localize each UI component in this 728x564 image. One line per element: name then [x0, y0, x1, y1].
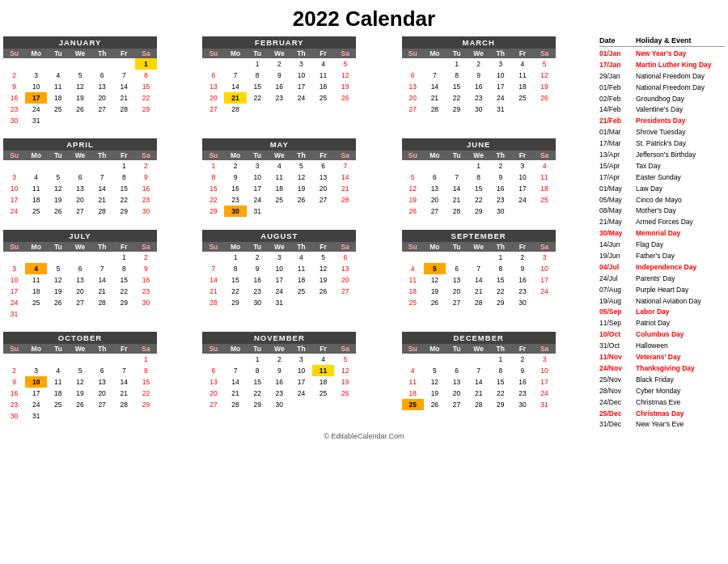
sidebar-row-event: Thanksgiving Day	[636, 364, 725, 374]
calendar-day: 3	[3, 263, 25, 274]
month-title: SEPTEMBER	[402, 230, 556, 242]
calendar-day: 9	[511, 365, 533, 376]
calendar-day: 12	[69, 376, 91, 388]
calendar-day: 6	[446, 263, 468, 274]
calendar-day	[424, 58, 446, 70]
month-october: OCTOBERSuMoTuWeThFrSa1234567891011121314…	[3, 332, 157, 430]
calendar-day: 7	[424, 70, 446, 81]
calendar-day: 29	[113, 206, 135, 217]
calendar-day: 15	[446, 81, 468, 92]
calendar-day: 12	[290, 172, 312, 183]
calendar-day: 28	[468, 297, 489, 308]
calendar-day: 23	[269, 388, 290, 399]
month-march: MARCHSuMoTuWeThFrSa123456789101112131415…	[402, 36, 556, 135]
calendar-day: 8	[247, 365, 269, 376]
sidebar-row-event: National Aviation Day	[636, 297, 725, 307]
calendar-day: 27	[402, 104, 424, 115]
calendar-day: 26	[290, 194, 312, 206]
sidebar-row-event: Christmas Eve	[636, 398, 725, 408]
sidebar-row-event: Columbus Day	[636, 330, 725, 340]
calendar-day: 23	[3, 399, 25, 410]
calendar-day: 15	[489, 274, 511, 286]
sidebar-row-event: Black Friday	[636, 375, 725, 385]
calendar-day: 20	[202, 388, 224, 399]
calendar-day: 31	[25, 410, 47, 422]
calendar-day: 15	[489, 376, 511, 388]
calendar-day: 16	[3, 92, 25, 104]
sidebar-row-date: 15/Apr	[599, 162, 636, 172]
calendar-day: 13	[91, 376, 113, 388]
calendar-day: 31	[25, 115, 47, 126]
calendar-day: 30	[269, 399, 290, 410]
sidebar-row: 30/MayMemorial Day	[599, 228, 725, 240]
calendar-day	[269, 206, 290, 217]
calendar-day: 22	[446, 92, 468, 104]
calendar-day	[202, 252, 224, 263]
calendar-day: 18	[269, 183, 290, 194]
calendar-day: 13	[312, 172, 334, 183]
sidebar-row-date: 01/Mar	[599, 128, 636, 138]
calendar-day	[91, 252, 113, 263]
calendar-day: 5	[69, 70, 91, 81]
sidebar-row: 21/MayArmed Forces Day	[599, 217, 725, 228]
calendar-day: 2	[269, 354, 290, 365]
calendar-day: 1	[247, 354, 269, 365]
calendar-day: 18	[402, 286, 424, 297]
sidebar-row-event: Jefferson's Birthday	[636, 151, 725, 160]
calendar-day: 30	[247, 297, 269, 308]
calendar-day: 14	[113, 376, 135, 388]
sidebar-row: 14/FebValentine's Day	[599, 104, 725, 116]
page-title: 2022 Calendar	[0, 0, 728, 36]
sidebar-row-date: 21/Feb	[599, 117, 636, 126]
calendar-day: 10	[269, 263, 290, 274]
calendar-day: 12	[424, 376, 446, 388]
calendar-day: 27	[91, 104, 113, 115]
calendar-day: 14	[468, 376, 489, 388]
sidebar-row: 19/JunFather's Day	[599, 251, 725, 262]
calendar-day: 14	[224, 376, 246, 388]
calendar-day: 7	[224, 365, 246, 376]
calendar-day: 8	[135, 365, 157, 376]
calendar-day: 14	[91, 274, 113, 286]
sidebar-row-date: 17/Apr	[599, 173, 636, 183]
sidebar-row-date: 17/Mar	[599, 139, 636, 149]
calendar-day: 27	[312, 194, 334, 206]
calendar-day: 19	[402, 194, 424, 206]
calendar-day: 12	[47, 183, 69, 194]
calendar-day: 4	[25, 172, 47, 183]
calendar-day: 29	[135, 104, 157, 115]
calendar-day	[69, 410, 91, 422]
calendar-day: 23	[224, 194, 246, 206]
calendar-day: 4	[290, 252, 312, 263]
calendar-day: 8	[135, 70, 157, 81]
calendar-day: 8	[202, 172, 224, 183]
calendar-day: 29	[489, 297, 511, 308]
calendar-day: 7	[91, 172, 113, 183]
calendar-day: 28	[113, 399, 135, 410]
calendar-day: 19	[69, 388, 91, 399]
sidebar-row-event: Shrove Tuesday	[636, 128, 725, 138]
sidebar-row: 04/JulIndependence Day	[599, 262, 725, 274]
calendar-day: 30	[511, 399, 533, 410]
calendar-day: 17	[511, 183, 533, 194]
calendar-day: 24	[3, 206, 25, 217]
calendar-day: 8	[489, 365, 511, 376]
calendar-day: 3	[534, 354, 556, 365]
calendar-day: 11	[402, 274, 424, 286]
calendar-day: 5	[312, 252, 334, 263]
calendar-day: 4	[312, 354, 334, 365]
calendar-day: 1	[113, 252, 135, 263]
calendar-day: 12	[424, 274, 446, 286]
calendar-day: 27	[202, 399, 224, 410]
month-title: JUNE	[402, 138, 556, 151]
calendar-day: 11	[312, 365, 334, 376]
calendar-day: 26	[534, 92, 556, 104]
sidebar-row: 31/OctHalloween	[599, 341, 725, 352]
sidebar-row: 08/MayMother's Day	[599, 206, 725, 217]
calendar-day: 9	[3, 376, 25, 388]
calendar-day: 7	[468, 263, 489, 274]
calendar-day	[334, 399, 356, 410]
calendar-day: 14	[113, 81, 135, 92]
calendar-day: 16	[3, 388, 25, 399]
calendar-day: 20	[334, 274, 356, 286]
